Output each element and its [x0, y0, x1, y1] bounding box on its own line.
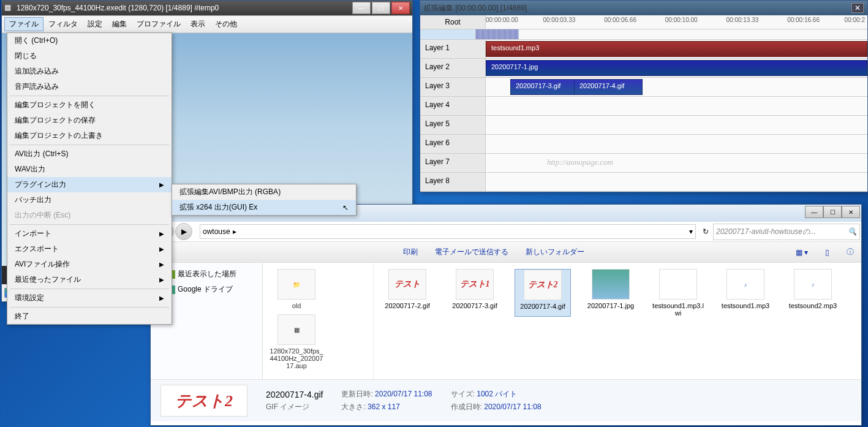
file-item[interactable]: ♪testsound1.mp3: [718, 269, 773, 317]
maximize-button[interactable]: ☐: [372, 2, 390, 14]
menu-other[interactable]: その他: [210, 17, 242, 31]
jpg-thumb: [592, 269, 630, 300]
plugin-output-submenu: 拡張編集AVI/BMP出力 (RGBA) 拡張 x264 出力(GUI) Ex↖: [172, 184, 357, 216]
details-pane: テスト2 20200717-4.gif GIF イメージ 更新日時: 2020/…: [151, 379, 861, 421]
clip-gif2[interactable]: 20200717-4.gif: [574, 79, 643, 95]
explorer-toolbar: 印刷 電子メールで送信する 新しいフォルダー ▦ ▾ ▯ ⓘ: [151, 242, 861, 263]
help-button[interactable]: ⓘ: [844, 244, 856, 260]
menu-open[interactable]: 開く (Ctrl+O): [7, 33, 172, 48]
timeline-close-button[interactable]: ✕: [851, 3, 864, 13]
menu-avi-ops[interactable]: AVIファイル操作▶: [7, 257, 172, 272]
tool-print[interactable]: 印刷: [401, 244, 420, 260]
clip-image[interactable]: 20200717-1.jpg: [486, 60, 867, 76]
clip-audio[interactable]: testsound1.mp3: [486, 41, 867, 57]
file-item[interactable]: testsound1.mp3.lwi: [651, 269, 706, 317]
search-input[interactable]: 20200717-aviutl-howtouseの... 🔍: [713, 224, 860, 240]
nav-forward-button[interactable]: ▶: [175, 223, 192, 240]
menu-filter[interactable]: フィルタ: [43, 17, 83, 31]
menu-edit[interactable]: 編集: [107, 17, 132, 31]
exp-minimize-button[interactable]: —: [805, 206, 823, 218]
breadcrumb[interactable]: owtouse▸ ▾: [200, 224, 696, 239]
file-item[interactable]: 20200717-1.jpg: [583, 269, 638, 317]
main-title: 1280x720_30fps_44100Hz.exedit (1280,720)…: [17, 4, 352, 12]
menu-plugin-out[interactable]: プラグイン出力▶: [7, 177, 172, 192]
chevron-right-icon: ▶: [159, 295, 164, 301]
main-titlebar[interactable]: ▦ 1280x720_30fps_44100Hz.exedit (1280,72…: [2, 1, 412, 16]
timeline-titlebar[interactable]: 拡張編集 [00:00:00.00] [1/4889] ✕: [420, 1, 867, 15]
menu-add-read[interactable]: 追加読み込み: [7, 64, 172, 79]
file-item[interactable]: ▦1280x720_30fps_44100Hz_20200717.aup: [269, 314, 324, 369]
menu-close-file[interactable]: 閉じる: [7, 48, 172, 64]
menu-wav-out[interactable]: WAV出力: [7, 162, 172, 177]
menu-recent[interactable]: 最近使ったファイル▶: [7, 272, 172, 287]
refresh-button[interactable]: ↻: [698, 227, 713, 236]
explorer-window: — ☐ ✕ ◀ ▶ owtouse▸ ▾ ↻ 20200717-aviutl-h…: [150, 204, 862, 426]
timeline-wave-preview: [476, 29, 519, 39]
menu-file[interactable]: ファイル: [4, 17, 43, 31]
submenu-avi-bmp[interactable]: 拡張編集AVI/BMP出力 (RGBA): [172, 184, 356, 200]
clip-gif1[interactable]: 20200717-3.gif: [510, 79, 579, 95]
app-icon: ▦: [4, 3, 14, 13]
layer-3-label[interactable]: Layer 3: [420, 78, 486, 96]
chevron-right-icon: ▶: [159, 246, 164, 252]
layer-6-label[interactable]: Layer 6: [420, 135, 486, 153]
layer-4-label[interactable]: Layer 4: [420, 97, 486, 115]
menu-batch-out[interactable]: バッチ出力: [7, 192, 172, 208]
layer-1-label[interactable]: Layer 1: [420, 40, 486, 58]
submenu-x264[interactable]: 拡張 x264 出力(GUI) Ex↖: [172, 200, 356, 215]
tool-email[interactable]: 電子メールで送信する: [432, 244, 511, 260]
file-item[interactable]: 📁old: [269, 269, 324, 309]
doc-icon: [659, 269, 697, 300]
cursor-icon: ↖: [342, 203, 349, 212]
close-button[interactable]: ✕: [391, 2, 410, 14]
menu-import[interactable]: インポート▶: [7, 226, 172, 241]
preview-pane-button[interactable]: ▯: [823, 246, 832, 259]
watermark-text: http://aonopage.com: [547, 157, 613, 167]
minimize-button[interactable]: —: [352, 2, 371, 14]
tool-newfolder[interactable]: 新しいフォルダー: [523, 244, 587, 260]
layer-2-label[interactable]: Layer 2: [420, 59, 486, 77]
view-options-button[interactable]: ▦ ▾: [793, 246, 810, 259]
exp-close-button[interactable]: ✕: [842, 206, 860, 218]
layer-5-track[interactable]: [486, 116, 867, 134]
chevron-right-icon: ▶: [159, 261, 164, 268]
menu-view[interactable]: 表示: [186, 17, 210, 31]
menu-export[interactable]: エクスポート▶: [7, 241, 172, 257]
file-item[interactable]: テスト120200717-3.gif: [447, 269, 502, 317]
details-thumb: テスト2: [160, 385, 247, 417]
file-item-selected[interactable]: テスト220200717-4.gif: [515, 269, 571, 317]
layer-1-track[interactable]: testsound1.mp3: [486, 40, 867, 58]
layer-8-label[interactable]: Layer 8: [420, 173, 486, 191]
menu-settings[interactable]: 設定: [83, 17, 107, 31]
layer-7-label[interactable]: Layer 7: [420, 154, 486, 172]
file-item[interactable]: テスト20200717-2.gif: [380, 269, 435, 317]
menu-profile[interactable]: プロファイル: [132, 17, 186, 31]
file-item[interactable]: ♪testsound2.mp3: [785, 269, 840, 317]
menu-save-proj[interactable]: 編集プロジェクトの保存: [7, 113, 172, 128]
dropdown-arrow-icon[interactable]: ▾: [689, 227, 693, 236]
layer-3-track[interactable]: 20200717-3.gif20200717-4.gif: [486, 78, 867, 96]
timeline-root[interactable]: Root: [420, 15, 486, 29]
layer-8-track[interactable]: [486, 173, 867, 191]
menu-exit[interactable]: 終了: [7, 309, 172, 324]
timeline-wave-label: [420, 29, 476, 39]
layer-4-track[interactable]: [486, 97, 867, 115]
audio-icon: ♪: [726, 269, 764, 300]
audio-icon: ♪: [794, 269, 832, 300]
layer-5-label[interactable]: Layer 5: [420, 116, 486, 134]
layer-7-track[interactable]: http://aonopage.com: [486, 154, 867, 172]
layer-6-track[interactable]: [486, 135, 867, 153]
layer-2-track[interactable]: 20200717-1.jpg: [486, 59, 867, 77]
timeline-title: 拡張編集 [00:00:00.00] [1/4889]: [424, 3, 851, 13]
menu-overwrite-proj[interactable]: 編集プロジェクトの上書き: [7, 128, 172, 143]
details-filename: 20200717-4.gif: [266, 390, 323, 399]
details-filetype: GIF イメージ: [266, 402, 309, 411]
menu-env[interactable]: 環境設定▶: [7, 290, 172, 306]
chevron-right-icon: ▶: [159, 230, 164, 237]
file-menu-dropdown: 開く (Ctrl+O) 閉じる 追加読み込み 音声読み込み 編集プロジェクトを開…: [7, 32, 172, 325]
menu-avi-out[interactable]: AVI出力 (Ctrl+S): [7, 146, 172, 162]
exp-maximize-button[interactable]: ☐: [823, 206, 842, 218]
timeline-ruler[interactable]: 00:00:00.00 00:00:03.33 00:00:06.66 00:0…: [486, 15, 867, 29]
menu-audio-read[interactable]: 音声読み込み: [7, 79, 172, 94]
menu-open-proj[interactable]: 編集プロジェクトを開く: [7, 97, 172, 113]
